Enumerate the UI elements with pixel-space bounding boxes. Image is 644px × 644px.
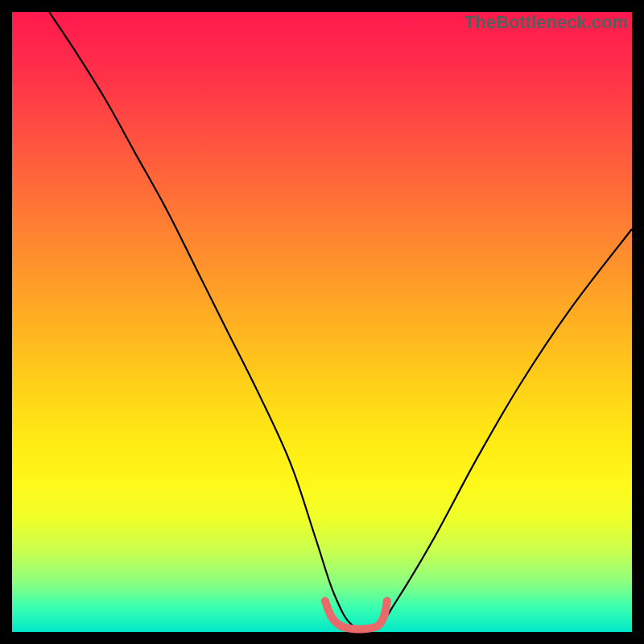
watermark-text: TheBottleneck.com <box>464 12 628 33</box>
optimal-highlight <box>325 601 387 630</box>
plot-area <box>12 12 632 632</box>
bottleneck-curve <box>49 12 632 630</box>
chart-frame: TheBottleneck.com <box>0 0 644 644</box>
chart-svg <box>12 12 632 632</box>
